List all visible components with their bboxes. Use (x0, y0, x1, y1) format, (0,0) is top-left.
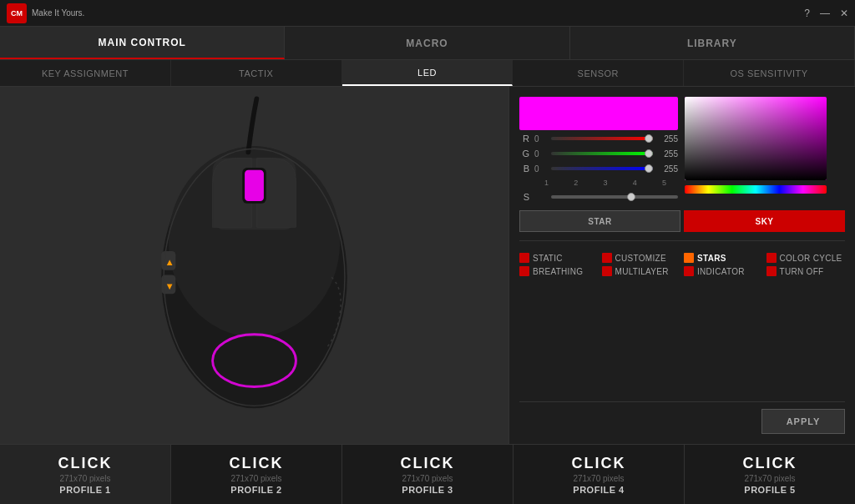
led-tab[interactable]: LED (342, 60, 514, 86)
green-label: G (519, 149, 529, 159)
red-slider-row: R 0 255 (519, 134, 678, 144)
color-preview (519, 97, 678, 130)
led-static[interactable]: STATIC (519, 253, 599, 263)
profile-4-name: PROFILE 4 (573, 485, 624, 495)
red-thumb (645, 134, 653, 143)
bottom-profile-bar: CLICK 271x70 pixels PROFILE 1 CLICK 271x… (0, 444, 855, 504)
led-breathing[interactable]: BREATHING (519, 266, 599, 276)
blue-label: B (519, 164, 529, 174)
customize-label: CUSTOMIZE (615, 254, 666, 263)
s-thumb (627, 193, 635, 201)
title-bar: CM Make It Yours. ? — ✕ (0, 0, 855, 27)
profile-3-pixels: 271x70 pixels (402, 474, 453, 483)
svg-rect-4 (245, 170, 264, 201)
green-slider[interactable] (551, 152, 653, 155)
sky-button[interactable]: SKY (684, 210, 845, 232)
multilayer-dot (602, 266, 612, 276)
color-cycle-label: COLOR CYCLE (780, 254, 842, 263)
color-cycle-dot (766, 253, 777, 263)
apply-button[interactable]: APPLY (761, 409, 845, 434)
help-button[interactable]: ? (804, 8, 810, 19)
green-max: 255 (658, 149, 678, 159)
mouse-preview: ▲ ▼ (0, 87, 509, 444)
multilayer-label: MULTILAYER (615, 267, 669, 276)
led-multilayer[interactable]: MULTILAYER (602, 266, 681, 276)
profile-1-click: CLICK (58, 455, 113, 472)
right-panel: R 0 255 G 0 (509, 87, 855, 444)
key-assignment-tab[interactable]: KEY ASSIGNMENT (0, 60, 171, 86)
led-customize[interactable]: CUSTOMIZE (602, 253, 681, 263)
profile-3-name: PROFILE 3 (402, 485, 453, 495)
profile-2-pixels: 271x70 pixels (230, 474, 281, 483)
profile-slot-4[interactable]: CLICK 271x70 pixels PROFILE 4 (514, 445, 685, 504)
led-turn-off[interactable]: TURN OFF (766, 266, 846, 276)
app-logo: CM Make It Yours. (7, 3, 84, 23)
red-min: 0 (534, 134, 546, 144)
color-top-row: R 0 255 G 0 (519, 97, 845, 202)
led-color-cycle[interactable]: COLOR CYCLE (766, 253, 846, 263)
blue-slider[interactable] (551, 167, 653, 170)
main-control-tab[interactable]: MAIN CONTROL (0, 27, 285, 59)
profile-2-click: CLICK (230, 455, 284, 472)
profile-5-click: CLICK (743, 455, 797, 472)
red-slider[interactable] (551, 137, 653, 140)
sliders-section: R 0 255 G 0 (519, 134, 678, 202)
window-controls: ? — ✕ (804, 8, 848, 19)
apply-area: APPLY (519, 401, 845, 434)
profile-slot-1[interactable]: CLICK 271x70 pixels PROFILE 1 (0, 445, 171, 504)
indicator-dot (684, 266, 694, 276)
minimize-button[interactable]: — (820, 8, 830, 19)
close-button[interactable]: ✕ (840, 8, 848, 19)
gradient-color-picker[interactable] (685, 97, 827, 180)
blue-max: 255 (658, 164, 678, 174)
sub-nav: KEY ASSIGNMENT TactiX LED SENSOR OS SENS… (0, 60, 855, 87)
led-effects-grid: STATIC CUSTOMIZE STARS COLOR CYCLE BREAT… (519, 253, 845, 276)
blue-min: 0 (534, 164, 546, 174)
led-indicator[interactable]: INDICATOR (684, 266, 763, 276)
main-nav: MAIN CONTROL MACRO LIBRARY (0, 27, 855, 60)
os-sensitivity-tab[interactable]: OS SENSITIVITY (684, 60, 855, 86)
profile-slot-3[interactable]: CLICK 271x70 pixels PROFILE 3 (342, 445, 514, 504)
red-label: R (519, 134, 529, 144)
svg-text:▼: ▼ (165, 281, 175, 291)
profile-1-name: PROFILE 1 (59, 485, 110, 495)
logo-text: Make It Yours. (32, 8, 84, 18)
tactix-tab[interactable]: TactiX (171, 60, 342, 86)
green-min: 0 (534, 149, 546, 159)
profile-slot-2[interactable]: CLICK 271x70 pixels PROFILE 2 (171, 445, 342, 504)
led-stars[interactable]: STARS (684, 253, 763, 263)
macro-tab[interactable]: MACRO (285, 27, 569, 59)
indicator-label: INDICATOR (697, 267, 745, 276)
profile-4-pixels: 271x70 pixels (573, 474, 624, 483)
green-thumb (645, 149, 653, 158)
profile-2-name: PROFILE 2 (230, 485, 281, 495)
star-button[interactable]: STAR (519, 210, 680, 232)
svg-text:▲: ▲ (165, 257, 175, 267)
static-label: STATIC (533, 254, 563, 263)
logo-icon: CM (7, 3, 27, 23)
s-slider[interactable] (551, 195, 678, 199)
turn-off-label: TURN OFF (780, 267, 824, 276)
red-max: 255 (658, 134, 678, 144)
profile-3-click: CLICK (401, 455, 455, 472)
separator (519, 240, 845, 241)
stars-dot (684, 253, 694, 263)
library-tab[interactable]: LIBRARY (570, 27, 855, 59)
profile-4-click: CLICK (572, 455, 626, 472)
profile-5-pixels: 271x70 pixels (744, 474, 795, 483)
customize-dot (602, 253, 612, 263)
sensor-tab[interactable]: SENSOR (513, 60, 684, 86)
profile-5-name: PROFILE 5 (744, 485, 795, 495)
green-slider-row: G 0 255 (519, 149, 678, 159)
breathing-label: BREATHING (533, 267, 583, 276)
profile-1-pixels: 271x70 pixels (59, 474, 110, 483)
stars-label: STARS (697, 254, 726, 263)
s-label: S (519, 192, 529, 202)
profile-slot-5[interactable]: CLICK 271x70 pixels PROFILE 5 (685, 445, 855, 504)
rainbow-bar[interactable] (685, 185, 827, 194)
s-slider-row: S (519, 192, 678, 202)
blue-slider-row: B 0 255 (519, 164, 678, 174)
style-buttons: STAR SKY (519, 210, 845, 232)
s-ticks: 1 2 3 4 5 (519, 179, 678, 187)
content-area: ▲ ▼ R 0 (0, 87, 855, 444)
